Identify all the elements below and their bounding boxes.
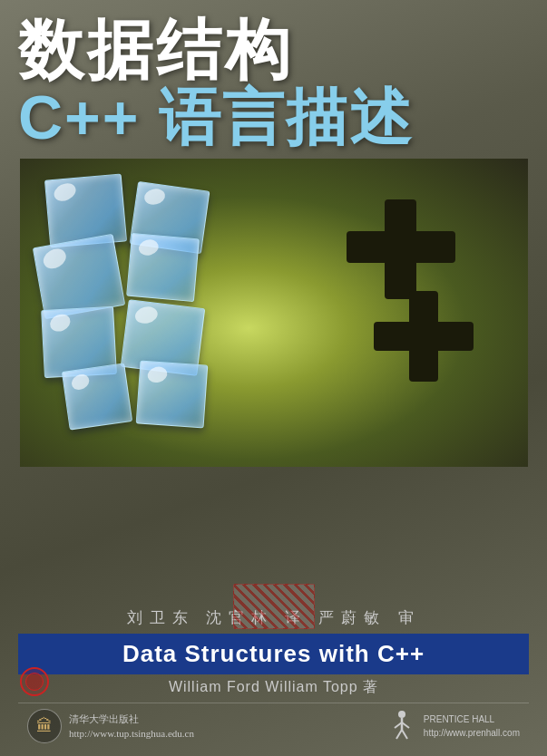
title-line2: C++ 语言描述: [18, 85, 529, 150]
title-section: 数据结构 C++ 语言描述: [0, 0, 547, 159]
subtitle-banner: Data Structures with C++: [18, 634, 529, 674]
ice-cube-7: [61, 363, 132, 430]
ice-cube-8: [135, 360, 208, 428]
prentice-hall-url: http://www.prenhall.com: [424, 726, 520, 740]
tsinghua-name: 清华大学出版社: [69, 712, 194, 727]
svg-point-0: [398, 711, 405, 718]
prentice-hall-stamp: [233, 584, 315, 629]
seal-inner: [25, 673, 44, 691]
illustration: [20, 159, 528, 467]
bottom-section: 刘卫东 沈官林 译 严蔚敏 审 Data Structures with C++…: [0, 607, 547, 756]
prentice-hall-text: PRENTICE HALL http://www.prenhall.com: [424, 712, 520, 740]
tsinghua-logo-icon: 🏛: [27, 709, 62, 743]
publishers-row: 🏛 清华大学出版社 http://www.tup.tsinghua.edu.cn: [18, 703, 529, 749]
publisher-prentice-hall: PRENTICE HALL http://www.prenhall.com: [387, 709, 520, 743]
tsinghua-url: http://www.tup.tsinghua.edu.cn: [69, 726, 194, 741]
svg-line-5: [402, 730, 407, 739]
ice-cube-4: [126, 233, 200, 302]
ice-cube-1: [44, 173, 126, 247]
authors-line: William Ford William Topp 著: [18, 678, 529, 697]
svg-line-4: [396, 730, 402, 739]
publisher-tsinghua: 🏛 清华大学出版社 http://www.tup.tsinghua.edu.cn: [27, 709, 194, 743]
ice-cluster: [38, 177, 247, 440]
seal-outer: [20, 667, 49, 696]
prentice-hall-logo-icon: [387, 709, 416, 743]
plus2-vertical: [409, 291, 438, 382]
prentice-hall-name: PRENTICE HALL: [424, 712, 520, 726]
title-line1: 数据结构: [18, 16, 529, 85]
plus1-vertical: [385, 199, 416, 299]
book-cover: 数据结构 C++ 语言描述 刘卫东 沈官林 译 严蔚敏 审 Data Struc…: [0, 0, 547, 756]
tsinghua-seal: [20, 667, 49, 703]
tsinghua-text: 清华大学出版社 http://www.tup.tsinghua.edu.cn: [69, 712, 194, 741]
cpp-plus-shapes: [319, 213, 501, 394]
